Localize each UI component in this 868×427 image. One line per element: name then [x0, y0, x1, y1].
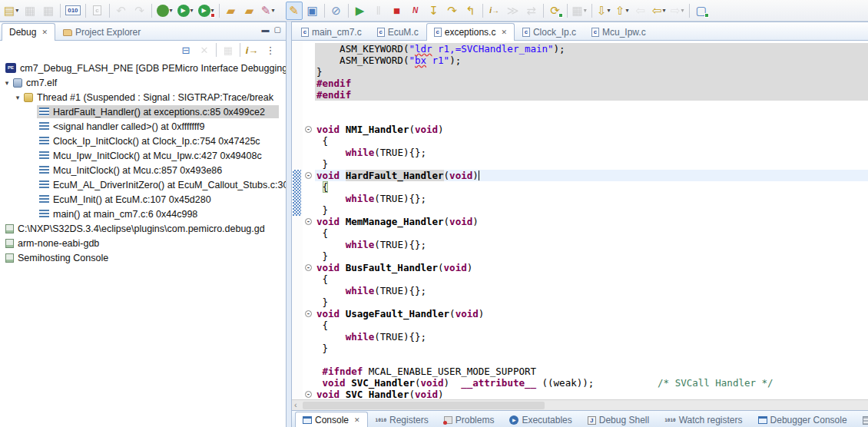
memory-config-button[interactable]: ▦▾ — [571, 2, 588, 20]
code-line[interactable]: ASM_KEYWORD("ldr r1,=SVCHandler_main"); — [315, 43, 868, 55]
code-line[interactable] — [315, 112, 868, 124]
drop-to-frame-button[interactable]: ⇄ — [523, 2, 540, 20]
code-line[interactable]: } — [315, 343, 868, 354]
code-line[interactable]: void SVC_Handler(void) — [315, 389, 868, 400]
close-icon[interactable]: ✕ — [354, 416, 360, 424]
dropdown-arrow-icon[interactable]: ▾ — [170, 7, 173, 14]
resume-button[interactable]: ▶ — [352, 2, 369, 20]
back-button[interactable]: ⇦▾ — [651, 2, 668, 20]
tree-item-frame[interactable]: Mcu_InitClock() at Mcu.c:857 0x493e86 — [0, 163, 286, 177]
fold-collapse-icon[interactable] — [305, 264, 312, 271]
code-line[interactable]: while(TRUE){}; — [315, 331, 868, 343]
bottom-tab-console[interactable]: Console✕ — [295, 412, 368, 427]
import-folder-button[interactable]: ▰ — [223, 2, 240, 20]
debug-button[interactable]: ▾ — [155, 2, 174, 20]
code-line[interactable]: void HardFault_Handler(void) — [315, 170, 868, 181]
code-line[interactable]: { — [315, 319, 868, 331]
dropdown-arrow-icon[interactable]: ▾ — [626, 7, 629, 14]
redo-button[interactable]: ↷ — [131, 2, 148, 20]
tree-item-frame[interactable]: EcuM_AL_DriverInitZero() at EcuM_Callout… — [0, 177, 286, 192]
code-line[interactable] — [315, 101, 868, 112]
code-line[interactable]: { — [315, 273, 868, 285]
view-tab-debug[interactable]: Debug✕ — [2, 23, 55, 41]
reset-target-button[interactable]: ⟳ — [547, 2, 564, 20]
instruction-stepping-button[interactable]: i→ — [486, 2, 503, 20]
step-filters-button[interactable]: ≫ — [505, 2, 522, 20]
open-folder-button[interactable]: ▰ — [241, 2, 258, 20]
dropdown-arrow-icon[interactable]: ▾ — [190, 7, 194, 14]
code-line[interactable]: } — [315, 204, 868, 216]
code-line[interactable]: } — [315, 66, 868, 78]
dropdown-arrow-icon[interactable]: ▾ — [608, 7, 611, 14]
run-button[interactable]: ▶▾ — [176, 2, 195, 20]
tree-item-process[interactable]: arm-none-eabi-gdb — [0, 236, 286, 250]
code-line[interactable]: { — [315, 227, 868, 239]
code-line[interactable]: while(TRUE){}; — [315, 147, 868, 158]
editor-tab-ecum-c[interactable]: cEcuM.c — [369, 23, 426, 41]
close-icon[interactable]: ✕ — [41, 28, 48, 36]
dropdown-arrow-icon[interactable]: ▾ — [584, 7, 587, 14]
code-line[interactable]: { — [315, 135, 868, 147]
code-line[interactable]: } — [315, 250, 868, 262]
forward-button[interactable]: ⇨▾ — [669, 2, 686, 20]
view-tab-project-explorer[interactable]: Project Explorer — [55, 23, 148, 41]
new-c-file-button[interactable]: c — [89, 2, 106, 20]
fold-collapse-icon[interactable] — [305, 310, 312, 317]
scroll-left-icon[interactable]: ‹ — [294, 400, 297, 410]
fold-collapse-icon[interactable] — [305, 126, 312, 133]
tree-item-frame[interactable]: Clock_Ip_InitClock() at Clock_Ip.c:754 0… — [0, 134, 286, 148]
minimize-icon[interactable]: ▬ — [262, 25, 270, 34]
suspend-button[interactable]: ‖ — [370, 2, 387, 20]
flash-run-button[interactable]: ▶▾ — [197, 2, 216, 20]
twistie-expanded-icon[interactable]: ▾ — [3, 79, 11, 87]
tree-item-frame[interactable]: <signal handler called>() at 0xfffffff9 — [0, 119, 286, 134]
brush-button[interactable]: ✎▾ — [260, 2, 277, 20]
tree-item-thread[interactable]: ▾Thread #1 (Suspended : Signal : SIGTRAP… — [0, 90, 286, 104]
code-line[interactable]: void SVC_Handler(void) __attribute__ ((w… — [315, 377, 868, 389]
code-line[interactable]: while(TRUE){}; — [315, 239, 868, 250]
maximize-icon[interactable]: ▢ — [274, 25, 281, 34]
annotation-ruler[interactable] — [292, 41, 303, 410]
step-over-button[interactable]: ↷ — [444, 2, 461, 20]
highlighter-button[interactable]: ✎ — [286, 2, 303, 20]
bottom-tab-debug-shell[interactable]: JDebug Shell — [580, 412, 657, 427]
skip-breakpoints-button[interactable]: ⊘ — [328, 2, 345, 20]
code-line[interactable]: void MemManage_Handler(void) — [315, 216, 868, 227]
tree-item-frame[interactable]: EcuM_Init() at EcuM.c:107 0x45d280 — [0, 192, 286, 207]
binary-file-button[interactable]: 010 — [64, 2, 81, 20]
tree-item-process[interactable]: Semihosting Console — [0, 250, 286, 265]
bottom-tab-executables[interactable]: ▶Executables — [502, 412, 579, 427]
grid-button[interactable]: ▦ — [220, 41, 237, 59]
debug-call-stack-tree[interactable]: PEcm7_Debug_FLASH_PNE [GDB PEMicro Inter… — [0, 61, 286, 427]
code-line[interactable]: while(TRUE){}; — [315, 193, 868, 204]
next-annotation-button[interactable]: ⇩▾ — [595, 2, 612, 20]
new-wizard-button[interactable]: ▤▾ — [2, 2, 20, 20]
bottom-tab-debugger-console[interactable]: Debugger Console — [750, 412, 855, 427]
bottom-tab-problems[interactable]: Problems — [436, 412, 502, 427]
code-line[interactable]: #endif — [315, 89, 868, 101]
back-disabled-button[interactable]: ⇦ — [632, 2, 649, 20]
bottom-tab-m[interactable]: M — [855, 412, 868, 427]
editor-tab-main-cm7-c[interactable]: cmain_cm7.c — [293, 23, 369, 41]
save-button[interactable]: ▦ — [22, 2, 38, 20]
tree-item-frame[interactable]: main() at main_cm7.c:6 0x44c998 — [0, 207, 286, 221]
code-line[interactable]: #endif — [315, 78, 868, 89]
editor-tab-clock-ip-c[interactable]: cClock_Ip.c — [515, 23, 584, 41]
monitor-button[interactable]: ▣ — [304, 2, 321, 20]
bottom-tab-watch-registers[interactable]: 1010Watch registers — [657, 412, 750, 427]
horizontal-scrollbar[interactable]: ‹ — [292, 399, 868, 410]
code-line[interactable]: void UsageFault_Handler(void) — [315, 308, 868, 319]
save-all-button[interactable]: ▦ — [40, 2, 57, 20]
instruction-stepping-view-button[interactable]: i→ — [244, 41, 260, 59]
fold-collapse-icon[interactable] — [305, 218, 312, 225]
code-line[interactable]: } — [315, 158, 868, 170]
dropdown-arrow-icon[interactable]: ▾ — [663, 7, 666, 14]
fold-collapse-icon[interactable] — [305, 172, 312, 179]
code-line[interactable]: void NMI_Handler(void) — [315, 124, 868, 135]
step-return-button[interactable]: ↰ — [462, 2, 479, 20]
fold-collapse-icon[interactable] — [305, 391, 312, 398]
code-line[interactable]: { — [315, 181, 868, 193]
undo-button[interactable]: ↶ — [113, 2, 130, 20]
tree-item-target[interactable]: ▾cm7.elf — [0, 75, 286, 90]
restart-button[interactable]: N — [407, 2, 424, 20]
